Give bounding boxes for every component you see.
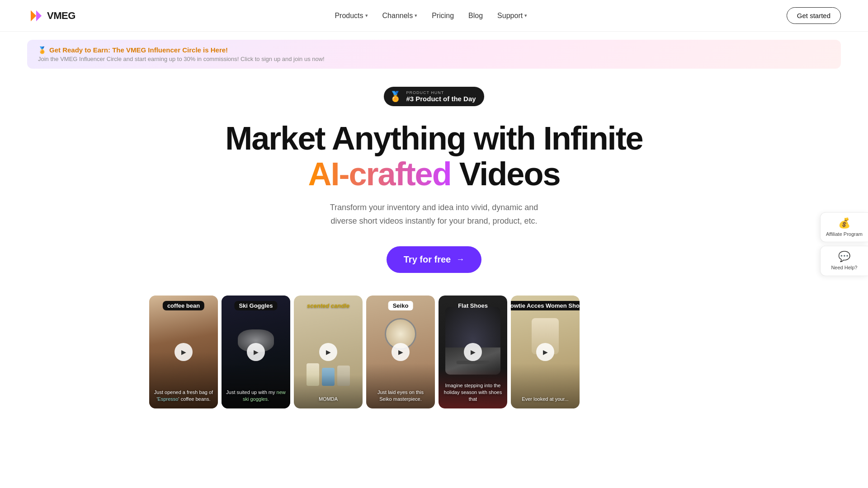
arrow-right-icon: → [456, 255, 464, 264]
video-label-bowtie: Bowtie Acces Women Sho... [511, 301, 580, 310]
play-button-candle[interactable]: ▶ [319, 343, 337, 361]
hero-heading: Market Anything with Infinite AI-crafted… [9, 121, 859, 192]
video-card-ski[interactable]: Ski Goggles ▶ Just suited up with my new… [222, 296, 290, 408]
video-label-ski: Ski Goggles [234, 301, 277, 310]
video-card-seiko[interactable]: Seiko ▶ Just laid eyes on this Seiko mas… [366, 296, 435, 408]
chat-icon: 💬 [826, 251, 863, 263]
video-card-candle[interactable]: scented candle ▶ MOMDA [294, 296, 363, 408]
chat-label: Need Help? [826, 264, 863, 271]
video-caption-bowtie: Ever looked at your... [511, 396, 580, 403]
banner-subtitle: Join the VMEG Influencer Circle and star… [38, 56, 830, 62]
floating-sidebar: 💰 Affiliate Program 💬 Need Help? [820, 212, 868, 276]
logo-icon [27, 8, 43, 24]
chat-help-widget[interactable]: 💬 Need Help? [820, 246, 868, 276]
play-button-flat[interactable]: ▶ [464, 343, 482, 361]
video-label-flat: Flat Shoes [453, 301, 492, 310]
chevron-down-icon: ▾ [524, 13, 527, 19]
nav-channels[interactable]: Channels ▾ [382, 12, 418, 20]
hero-section: 🏅 PRODUCT HUNT #3 Product of the Day Mar… [0, 69, 868, 422]
get-started-button[interactable]: Get started [787, 7, 841, 24]
video-label-candle: scented candle [302, 301, 354, 310]
banner-title: 🏅Get Ready to Earn: The VMEG Influencer … [38, 46, 830, 54]
video-caption-flat: Imagine stepping into the holiday season… [439, 382, 507, 403]
video-caption-candle: MOMDA [294, 396, 363, 403]
chevron-down-icon: ▾ [415, 13, 417, 19]
influencer-banner[interactable]: 🏅Get Ready to Earn: The VMEG Influencer … [27, 40, 841, 69]
product-hunt-badge[interactable]: 🏅 PRODUCT HUNT #3 Product of the Day [384, 87, 484, 106]
nav-links: Products ▾ Channels ▾ Pricing Blog Suppo… [335, 12, 527, 20]
svg-marker-2 [31, 10, 36, 21]
chevron-down-icon: ▾ [365, 13, 368, 19]
play-button-bowtie[interactable]: ▶ [536, 343, 554, 361]
video-label-seiko: Seiko [388, 301, 413, 310]
svg-marker-1 [36, 10, 42, 21]
play-button-seiko[interactable]: ▶ [392, 343, 410, 361]
logo-text: VMEG [47, 10, 75, 22]
video-card-bowtie[interactable]: Bowtie Acces Women Sho... ▶ Ever looked … [511, 296, 580, 408]
affiliate-label: Affiliate Program [826, 231, 863, 237]
nav-blog[interactable]: Blog [468, 12, 483, 20]
affiliate-program-widget[interactable]: 💰 Affiliate Program [820, 212, 868, 242]
play-button-ski[interactable]: ▶ [247, 343, 265, 361]
nav-products[interactable]: Products ▾ [335, 12, 368, 20]
nav-pricing[interactable]: Pricing [432, 12, 454, 20]
video-caption-coffee: Just opened a fresh bag of 'Espresso' co… [149, 389, 218, 403]
video-caption-ski: Just suited up with my new ski goggles. [222, 389, 290, 403]
medal-icon: 🏅 [389, 91, 401, 103]
video-card-flat[interactable]: Flat Shoes ▶ Imagine stepping into the h… [439, 296, 507, 408]
navbar: VMEG Products ▾ Channels ▾ Pricing Blog … [0, 0, 868, 32]
hero-subtext: Transform your inventory and idea into v… [326, 201, 542, 228]
video-label-coffee: coffee bean [163, 301, 204, 310]
ph-title: #3 Product of the Day [406, 95, 476, 103]
ph-label: PRODUCT HUNT [406, 90, 444, 95]
video-strip: coffee bean ▶ Just opened a fresh bag of… [9, 296, 859, 408]
nav-support[interactable]: Support ▾ [497, 12, 527, 20]
coin-icon: 💰 [826, 217, 863, 229]
video-caption-seiko: Just laid eyes on this Seiko masterpiece… [366, 389, 435, 403]
logo[interactable]: VMEG [27, 8, 75, 24]
try-for-free-button[interactable]: Try for free → [387, 246, 481, 273]
banner-emoji: 🏅 [38, 46, 47, 54]
video-card-coffee[interactable]: coffee bean ▶ Just opened a fresh bag of… [149, 296, 218, 408]
play-button-coffee[interactable]: ▶ [175, 343, 193, 361]
